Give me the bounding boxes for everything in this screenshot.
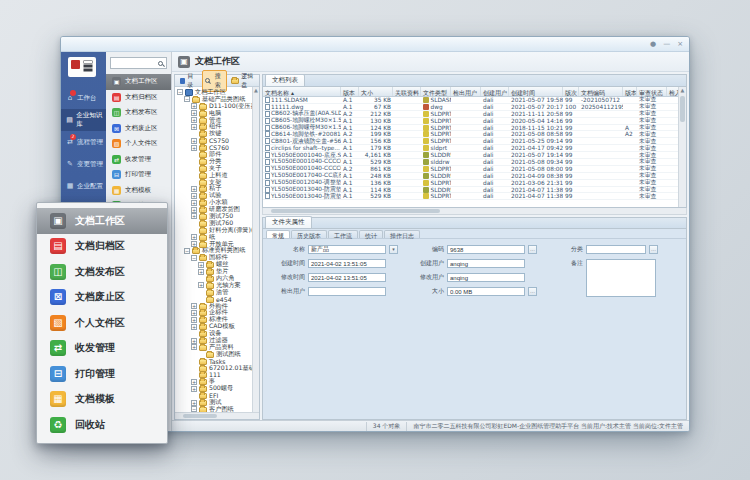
sidebar-item-变更管理[interactable]: ✎变更管理 — [61, 153, 106, 175]
menu-item-文档工作区[interactable]: ▣文档工作区 — [37, 208, 167, 234]
search-icon[interactable] — [158, 61, 163, 66]
checkout-field[interactable] — [308, 287, 386, 296]
tree-vertical-scrollbar[interactable]: ▲ — [252, 87, 259, 412]
expand-icon[interactable]: + — [198, 269, 204, 275]
table-row[interactable]: YL5050E0013040-防震垫4(90...A.1529 KBSLDPRT… — [263, 193, 678, 200]
created-field[interactable] — [308, 259, 386, 268]
expand-icon[interactable]: + — [191, 117, 197, 123]
category-field[interactable] — [586, 245, 646, 254]
search-input[interactable] — [111, 60, 158, 66]
expand-icon[interactable]: + — [198, 262, 204, 268]
expand-icon[interactable]: + — [191, 234, 197, 240]
size-browse-button[interactable]: … — [528, 287, 537, 296]
tab-document-list[interactable]: 文档列表 — [265, 74, 305, 86]
theme-button[interactable]: ● — [650, 41, 656, 48]
column-header-6[interactable]: 创建用户 — [481, 87, 509, 96]
creator-field[interactable] — [447, 259, 525, 268]
table-vertical-scrollbar[interactable]: ▲ — [678, 87, 686, 207]
column-header-1[interactable]: 版本 — [341, 87, 359, 96]
menu-item-文档模板[interactable]: ▦文档模板 — [106, 183, 171, 199]
expand-icon[interactable]: + — [191, 200, 197, 206]
menu-item-收发管理[interactable]: ⇄收发管理 — [106, 152, 171, 168]
tree-node[interactable]: 672012.01基础 — [177, 365, 251, 372]
code-field[interactable] — [447, 245, 525, 254]
name-dropdown-icon[interactable]: ▾ — [389, 245, 398, 254]
modifier-field[interactable] — [447, 273, 525, 282]
expand-icon[interactable]: + — [191, 344, 197, 350]
expand-icon[interactable]: + — [191, 207, 197, 213]
scroll-thumb[interactable] — [680, 96, 685, 122]
props-tab-常规[interactable]: 常规 — [266, 230, 290, 238]
sidebar-item-流程管理[interactable]: ⇄流程管理2 — [61, 131, 106, 153]
column-header-3[interactable]: 关联资料 — [393, 87, 421, 96]
expand-icon[interactable]: + — [191, 213, 197, 219]
collapse-icon[interactable]: − — [191, 255, 197, 261]
scroll-up-icon[interactable]: ▲ — [679, 87, 686, 94]
sidebar-item-工作台[interactable]: ⌂工作台 — [61, 87, 106, 109]
expand-icon[interactable]: + — [191, 124, 197, 130]
column-header-10[interactable]: 版本 — [623, 87, 637, 96]
tree-horizontal-scrollbar[interactable] — [175, 412, 259, 419]
expand-icon[interactable]: + — [191, 110, 197, 116]
props-tab-历史版本[interactable]: 历史版本 — [291, 230, 327, 238]
expand-icon[interactable]: + — [191, 324, 197, 330]
tree-node[interactable]: +500螺母 — [177, 385, 251, 392]
column-header-5[interactable]: 检出用户 — [451, 87, 481, 96]
expand-icon[interactable]: + — [191, 400, 197, 406]
size-field[interactable] — [447, 287, 525, 296]
menu-item-文档发布区[interactable]: ◫文档发布区 — [37, 259, 167, 285]
table-row[interactable]: 111.SLDASMA.135 KBSLDASMdali2021-05-07 1… — [263, 97, 678, 104]
menu-item-文档模板[interactable]: ▦文档模板 — [37, 387, 167, 413]
expand-icon[interactable]: + — [191, 186, 197, 192]
props-tab-工作流[interactable]: 工作流 — [328, 230, 358, 238]
expand-icon[interactable]: + — [191, 138, 197, 144]
collapse-icon[interactable]: − — [184, 248, 190, 254]
table-row[interactable]: CB801-观液镜防尘盖-#56L)...A.1156 KBSLDPRTdali… — [263, 138, 678, 145]
column-header-0[interactable]: 文档名称 ▴ — [263, 87, 341, 96]
tab-folder-properties[interactable]: 文件夹属性 — [265, 216, 312, 228]
menu-item-文档归档区[interactable]: ▤文档归档区 — [106, 90, 171, 106]
menu-item-个人文件区[interactable]: ▧个人文件区 — [106, 136, 171, 152]
expand-icon[interactable]: + — [191, 379, 197, 385]
close-button[interactable]: × — [677, 41, 683, 48]
tree-node[interactable]: +光轴方案 — [177, 282, 251, 289]
scroll-up-icon[interactable]: ▲ — [253, 87, 259, 94]
tree-node[interactable]: +垫片 — [177, 268, 251, 275]
menu-item-文档发布区[interactable]: ◫文档发布区 — [106, 105, 171, 121]
menu-item-文档废止区[interactable]: ⊠文档废止区 — [37, 285, 167, 311]
menu-item-个人文件区[interactable]: ▧个人文件区 — [37, 310, 167, 336]
category-browse-button[interactable]: … — [649, 245, 658, 254]
column-header-12[interactable]: 检入标记 — [667, 87, 678, 96]
menu-item-回收站[interactable]: ♻回收站 — [37, 412, 167, 438]
expand-icon[interactable]: + — [191, 103, 197, 109]
props-tab-操作日志[interactable]: 操作日志 — [384, 230, 420, 238]
module-search[interactable] — [110, 57, 167, 69]
column-header-2[interactable]: 大小 — [359, 87, 393, 96]
expand-icon[interactable]: + — [191, 303, 197, 309]
column-header-8[interactable]: 版次 — [563, 87, 579, 96]
note-field[interactable] — [586, 259, 656, 297]
name-field[interactable] — [308, 245, 386, 254]
menu-item-文档废止区[interactable]: ⊠文档废止区 — [106, 121, 171, 137]
expand-icon[interactable]: + — [191, 193, 197, 199]
expand-icon[interactable]: + — [198, 282, 204, 288]
code-browse-button[interactable]: … — [528, 245, 537, 254]
column-header-9[interactable]: 文档编码 — [579, 87, 623, 96]
tree-node[interactable]: +CS750 — [177, 137, 251, 144]
column-header-4[interactable]: 文件类型 — [421, 87, 451, 96]
collapse-icon[interactable]: − — [177, 89, 183, 95]
sidebar-item-企业知识库[interactable]: ▤企业知识库 — [61, 109, 106, 131]
modified-field[interactable] — [308, 273, 386, 282]
menu-item-打印管理[interactable]: ⊟打印管理 — [37, 361, 167, 387]
expand-icon[interactable]: + — [191, 338, 197, 344]
expand-icon[interactable]: + — [191, 241, 197, 247]
tree-node[interactable]: 按键 — [177, 130, 251, 137]
minimize-button[interactable]: — — [663, 41, 670, 48]
expand-icon[interactable]: + — [191, 386, 197, 392]
column-header-7[interactable]: 创建时间 — [509, 87, 563, 96]
menu-item-打印管理[interactable]: ⊟打印管理 — [106, 167, 171, 183]
expand-icon[interactable]: + — [191, 145, 197, 151]
props-tab-统计[interactable]: 统计 — [359, 230, 383, 238]
menu-item-文档工作区[interactable]: ▣文档工作区 — [106, 74, 171, 90]
sidebar-item-企业配置[interactable]: ▦企业配置 — [61, 175, 106, 197]
